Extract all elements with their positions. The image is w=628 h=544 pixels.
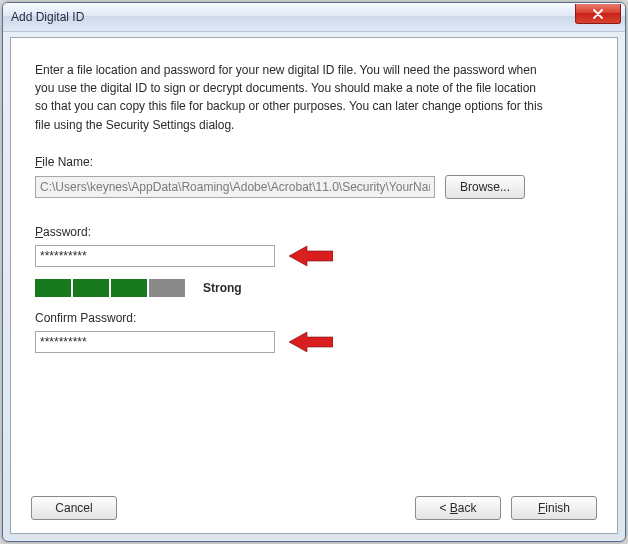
cancel-button[interactable]: Cancel bbox=[31, 496, 117, 520]
confirm-password-label: Confirm Password: bbox=[35, 311, 593, 325]
svg-marker-1 bbox=[289, 332, 333, 352]
confirm-password-row bbox=[35, 331, 593, 353]
close-button[interactable] bbox=[575, 4, 621, 24]
browse-button[interactable]: Browse... bbox=[445, 175, 525, 199]
strength-bar bbox=[73, 279, 109, 297]
strength-label: Strong bbox=[203, 281, 242, 295]
client-area: Enter a file location and password for y… bbox=[10, 37, 618, 534]
file-name-row: Browse... bbox=[35, 175, 593, 199]
close-icon bbox=[592, 9, 604, 19]
confirm-password-input[interactable] bbox=[35, 331, 275, 353]
file-name-input[interactable] bbox=[35, 176, 435, 198]
back-button[interactable]: < Back bbox=[415, 496, 501, 520]
button-row: Cancel < Back Finish bbox=[11, 483, 617, 533]
dialog-window: Add Digital ID Enter a file location and… bbox=[2, 2, 626, 542]
file-name-label: File Name: bbox=[35, 155, 593, 169]
arrow-icon bbox=[289, 245, 333, 267]
strength-bar bbox=[149, 279, 185, 297]
window-title: Add Digital ID bbox=[11, 10, 575, 24]
instructions-text: Enter a file location and password for y… bbox=[35, 62, 593, 133]
titlebar: Add Digital ID bbox=[3, 3, 625, 32]
content-area: Enter a file location and password for y… bbox=[11, 38, 617, 483]
svg-marker-0 bbox=[289, 246, 333, 266]
password-row bbox=[35, 245, 593, 267]
arrow-icon bbox=[289, 331, 333, 353]
strength-bar bbox=[35, 279, 71, 297]
strength-bars bbox=[35, 279, 185, 297]
password-label: Password: bbox=[35, 225, 593, 239]
finish-button[interactable]: Finish bbox=[511, 496, 597, 520]
password-strength-meter: Strong bbox=[35, 279, 593, 297]
strength-bar bbox=[111, 279, 147, 297]
password-input[interactable] bbox=[35, 245, 275, 267]
